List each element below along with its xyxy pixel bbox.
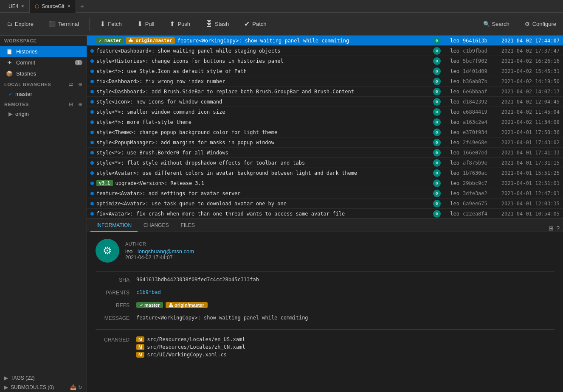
commit-graph-dot: [90, 202, 94, 205]
commit-row[interactable]: fix<Avatar>: fix crash when more than on…: [87, 209, 563, 218]
commit-row[interactable]: style<*>: more flat-style theme⚙leoa163c…: [87, 117, 563, 127]
patch-button[interactable]: ✔ Patch: [237, 17, 273, 31]
commit-tags: v3.1: [96, 180, 113, 186]
commit-hash: b36ab87b: [463, 78, 497, 84]
commit-row[interactable]: style<*>: use Style.Icon as default styl…: [87, 66, 563, 76]
local-branches-header: LOCAL BRANCHES ⇄ ⊕: [0, 79, 87, 89]
pull-button[interactable]: ⬇ Pull: [130, 17, 161, 31]
content-area: ✓ master🖧 origin/masterfeature<WorkingCo…: [87, 36, 563, 392]
submodules-add-icon[interactable]: 📥: [70, 384, 76, 390]
changed-file-1-name[interactable]: src/Resources/Locales/en_US.xaml: [147, 336, 245, 342]
commit-graph: [90, 110, 94, 114]
commit-date: 2021-04-01 15:51:25: [500, 170, 560, 176]
changed-files-list: M src/Resources/Locales/en_US.xaml M src…: [136, 336, 245, 358]
master-branch-item[interactable]: ✓ master: [0, 89, 87, 99]
commit-author: leo: [442, 140, 459, 146]
commit-hash: e6884419: [463, 109, 497, 115]
sidebar-item-commit[interactable]: ✈ Commit 1: [0, 57, 87, 68]
divider-2: [96, 329, 555, 330]
search-button[interactable]: 🔍 Search: [476, 18, 516, 30]
tab-ue4[interactable]: UE4 ✕: [3, 0, 30, 13]
commit-hash: af875b9e: [463, 160, 497, 166]
stash-button[interactable]: 🗄 Stash: [199, 18, 236, 31]
commit-icon: ✈: [6, 59, 13, 66]
commit-row[interactable]: style<*>: flat style without dropshadow …: [87, 158, 563, 168]
tab-ue4-label: UE4: [8, 3, 18, 9]
commit-row[interactable]: fix<Dashboard>: fix wrong row index numb…: [87, 76, 563, 87]
commit-date: 2021-04-01 17:50:36: [500, 129, 560, 135]
commit-row[interactable]: feature<Dashboard>: show waiting panel w…: [87, 46, 563, 56]
commit-row[interactable]: style<*>: use Brush.Border0 for all Wind…: [87, 148, 563, 158]
remote-expand-icon: ▶: [8, 111, 13, 117]
commit-row[interactable]: style<Icon>: new icons for window comman…: [87, 97, 563, 107]
changed-file-3-name[interactable]: src/UI/WorkingCopy.xaml.cs: [147, 352, 227, 358]
pull-icon: ⬇: [137, 20, 143, 28]
commit-avatar: ⚙: [433, 139, 441, 146]
fetch-button[interactable]: ⬇ Fetch: [93, 17, 129, 31]
commit-row[interactable]: ✓ master🖧 origin/masterfeature<WorkingCo…: [87, 36, 563, 46]
branch-add-icon[interactable]: ⊕: [76, 81, 84, 88]
detail-help-icon[interactable]: ?: [556, 225, 560, 232]
commit-author: leo: [442, 78, 459, 84]
commit-graph: [90, 202, 94, 205]
commit-row[interactable]: v3.1upgrade<Version>: Release 3.1⚙leo29b…: [87, 178, 563, 188]
tab-files[interactable]: FILES: [175, 220, 200, 232]
configure-button[interactable]: ⚙ Configure: [518, 18, 563, 30]
commit-hash: e370f934: [463, 129, 497, 135]
commit-graph: [90, 70, 94, 73]
tab-sourcegit[interactable]: ⬡ SourceGit ✕: [30, 0, 76, 13]
commit-row[interactable]: style<*>: smaller window command icon si…: [87, 107, 563, 117]
commit-author: leo: [442, 99, 459, 105]
commit-avatar: ⚙: [433, 57, 441, 65]
commit-tag: 🖧 origin/master: [126, 37, 175, 44]
commit-message: feature<Avatar>: add settings for avatar…: [96, 190, 433, 196]
sidebar-item-stashes[interactable]: 📦 Stashes: [0, 68, 87, 79]
changed-file-2-name[interactable]: src/Resources/Locales/zh_CN.xaml: [147, 344, 245, 350]
commit-row[interactable]: style<PopupManager>: add margins for mas…: [87, 137, 563, 148]
commit-avatar: ⚙: [433, 159, 441, 167]
tab-ue4-close[interactable]: ✕: [21, 4, 24, 8]
remote-filter-icon[interactable]: ⊟: [67, 101, 75, 108]
commit-date: 2021-04-02 14:07:17: [500, 89, 560, 95]
push-button[interactable]: ⬆ Push: [163, 17, 197, 31]
commit-author: leo: [442, 170, 459, 176]
commit-row[interactable]: feature<Avatar>: add settings for avatar…: [87, 188, 563, 199]
commit-row[interactable]: style<Dashboard>: add Brush.SideBar to r…: [87, 87, 563, 97]
terminal-button[interactable]: ⬛ Terminal: [42, 18, 86, 30]
commit-row[interactable]: style<Histories>: change icons for butto…: [87, 56, 563, 66]
changed-file-3: M src/UI/WorkingCopy.xaml.cs: [136, 352, 245, 358]
commit-row[interactable]: style<Theme>: change popup background co…: [87, 127, 563, 137]
parents-link[interactable]: c1b9fbad: [136, 289, 161, 295]
sidebar-item-histories[interactable]: 📋 Histories: [0, 46, 87, 57]
submodules-refresh-icon[interactable]: ↻: [78, 384, 82, 390]
new-tab-button[interactable]: +: [76, 3, 88, 10]
tags-footer-item[interactable]: ▶ TAGS (22): [0, 373, 87, 383]
tab-sourcegit-label: SourceGit: [42, 3, 64, 9]
origin-remote-item[interactable]: ▶ origin: [0, 109, 87, 119]
commit-message: fix<Dashboard>: fix wrong row index numb…: [96, 78, 433, 84]
explore-button[interactable]: 🗂 Explore: [0, 18, 40, 30]
tab-changes[interactable]: CHANGES: [138, 220, 175, 232]
toolbar: 🗂 Explore ⬛ Terminal ⬇ Fetch ⬇ Pull ⬆ Pu…: [0, 13, 563, 36]
commit-graph: [90, 182, 94, 185]
commit-avatar: ⚙: [433, 169, 441, 177]
detail-layout-toggle[interactable]: ⊞: [549, 225, 554, 232]
commit-graph-dot: [90, 131, 94, 134]
search-icon: 🔍: [483, 21, 490, 27]
commit-message: feature<WorkingCopy>: show waiting panel…: [177, 38, 433, 44]
detail-content: ⚙ AUTHOR leo longshuang@msn.com 2021-04-…: [87, 232, 563, 392]
branch-merge-icon[interactable]: ⇄: [67, 81, 75, 88]
commit-row[interactable]: optimize<Avatar>: use task queue to down…: [87, 199, 563, 209]
remote-add-icon[interactable]: ⊕: [76, 101, 84, 108]
commit-hash: 3dfe3ae2: [463, 190, 497, 196]
commit-message: style<*>: flat style without dropshadow …: [96, 160, 433, 166]
tab-information[interactable]: INFORMATION: [90, 220, 138, 232]
submodules-footer-item[interactable]: ▶ SUBMODULES (0) 📥 ↻: [0, 383, 87, 392]
commit-graph: [90, 131, 94, 134]
parents-field: PARENTS c1b9fbad: [96, 289, 555, 299]
commit-avatar: ⚙: [433, 129, 441, 136]
commit-row[interactable]: style<Avatar>: use different colors in a…: [87, 168, 563, 178]
commit-graph-dot: [90, 192, 94, 195]
fetch-icon: ⬇: [100, 20, 105, 28]
tab-sourcegit-close[interactable]: ✕: [67, 4, 70, 8]
